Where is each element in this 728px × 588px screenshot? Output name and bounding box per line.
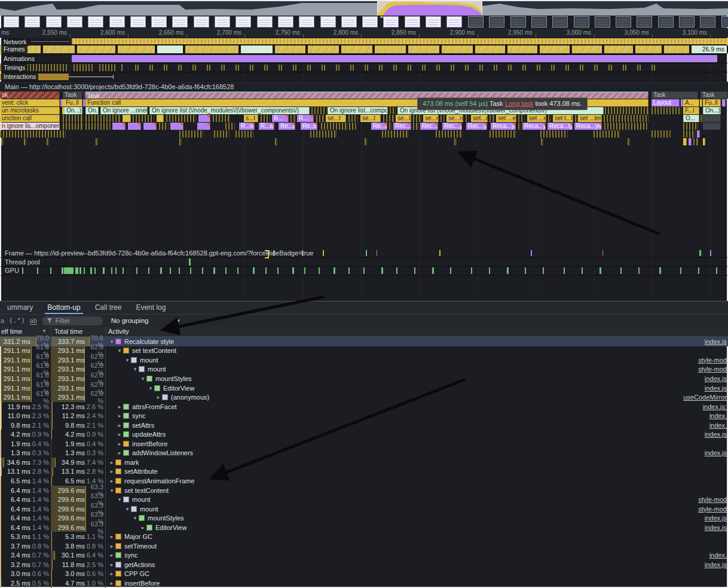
flame-block[interactable] bbox=[390, 107, 396, 114]
filmstrip-thumbnail[interactable] bbox=[595, 16, 610, 28]
flame-block[interactable] bbox=[548, 115, 551, 122]
source-link[interactable]: style-mod bbox=[698, 496, 727, 503]
frame-cell[interactable] bbox=[77, 45, 117, 53]
flame-block-recayle[interactable]: Reca...yle bbox=[522, 123, 546, 130]
flame-block-recayle[interactable]: Reca...yle bbox=[491, 123, 516, 130]
flame-block-recle[interactable]: Rec...le bbox=[393, 123, 411, 130]
table-row[interactable]: 3.2 ms0.7 %11.8 ms2.5 %▸getActionsindex.… bbox=[0, 560, 728, 569]
table-row[interactable]: 3.7 ms0.8 %3.8 ms0.8 %▸setTimeout bbox=[0, 541, 728, 551]
frame-cell[interactable] bbox=[185, 45, 240, 53]
column-separator[interactable] bbox=[105, 327, 106, 588]
source-link[interactable]: index.js: bbox=[703, 403, 727, 410]
expand-triangle-icon[interactable]: ▸ bbox=[116, 431, 123, 437]
flame-block[interactable] bbox=[235, 130, 253, 138]
flame-block[interactable] bbox=[179, 130, 203, 138]
flame-block[interactable] bbox=[112, 123, 126, 130]
tab-ummary[interactable]: ummary bbox=[0, 301, 40, 314]
frame-cell[interactable] bbox=[308, 45, 340, 53]
frames-track-label[interactable]: Frames bbox=[1, 45, 27, 53]
filmstrip-thumbnail[interactable] bbox=[194, 16, 209, 28]
expand-triangle-icon[interactable]: ▸ bbox=[116, 413, 123, 419]
frame-cell[interactable] bbox=[43, 45, 76, 53]
filmstrip-thumbnail[interactable] bbox=[679, 16, 695, 28]
long-task-link[interactable]: Long task bbox=[505, 100, 534, 107]
flame-block[interactable] bbox=[454, 138, 457, 145]
flame-block-task[interactable]: Task bbox=[701, 92, 728, 99]
source-link[interactable]: index.js bbox=[705, 514, 727, 522]
regex-icon[interactable]: (.*) bbox=[9, 317, 25, 324]
flame-block-onignorelistcomponents[interactable]: On ignore list...components\/) bbox=[328, 107, 388, 114]
flame-block[interactable] bbox=[689, 138, 692, 145]
flame-block[interactable] bbox=[594, 130, 620, 138]
table-row[interactable]: 291.1 ms61.6 %293.1 ms62.0 %▾mountstyle-… bbox=[0, 355, 728, 365]
flame-block-sk[interactable]: sk bbox=[0, 92, 60, 99]
filmstrip-thumbnail[interactable] bbox=[468, 16, 484, 28]
expand-triangle-icon[interactable]: ▸ bbox=[116, 450, 123, 456]
tab-event-log[interactable]: Event log bbox=[129, 301, 173, 314]
flame-block[interactable] bbox=[389, 123, 392, 130]
flame-block-recayle[interactable]: Reca...yle bbox=[574, 123, 602, 130]
flame-block-ree[interactable]: Re...e bbox=[279, 123, 295, 130]
filmstrip-thumbnail[interactable] bbox=[46, 16, 62, 28]
filmstrip-thumbnail[interactable] bbox=[278, 16, 293, 28]
flame-block[interactable] bbox=[198, 115, 210, 122]
flame-block-fl[interactable]: F...l bbox=[683, 107, 699, 114]
table-row[interactable]: 291.1 ms61.6 %293.1 ms62.0 %▾set textCon… bbox=[0, 346, 728, 356]
expand-triangle-icon[interactable]: ▸ bbox=[108, 571, 115, 577]
filmstrip-thumbnail[interactable] bbox=[383, 16, 399, 28]
flame-block-unctioncall[interactable]: unction call bbox=[0, 115, 60, 122]
column-activity[interactable]: Activity bbox=[108, 328, 129, 335]
frame-cell[interactable] bbox=[540, 45, 571, 53]
frames-track[interactable]: Frames 26.9 ms bbox=[0, 45, 728, 54]
animations-track[interactable]: Animations bbox=[0, 54, 728, 63]
flame-block[interactable] bbox=[703, 115, 721, 122]
flame-block-ventclick[interactable]: vent: click bbox=[0, 99, 60, 106]
expand-triangle-icon[interactable]: ▸ bbox=[155, 394, 162, 400]
filmstrip-thumbnail[interactable] bbox=[700, 16, 715, 28]
collapse-triangle-icon[interactable]: ▾ bbox=[131, 515, 139, 521]
table-row[interactable]: 291.1 ms61.6 %293.1 ms62.0 %▾mountStyles… bbox=[0, 374, 728, 383]
collapse-triangle-icon[interactable]: ▾ bbox=[139, 376, 146, 382]
filmstrip-thumbnail[interactable] bbox=[25, 16, 40, 28]
flame-block[interactable] bbox=[722, 99, 726, 106]
flame-block[interactable] bbox=[490, 130, 516, 138]
expand-triangle-icon[interactable]: ▸ bbox=[108, 478, 115, 484]
source-link[interactable]: index.js bbox=[705, 385, 727, 392]
filmstrip-thumbnail[interactable] bbox=[215, 16, 230, 28]
filmstrip-thumbnail[interactable] bbox=[341, 16, 357, 28]
expand-triangle-icon[interactable]: ▸ bbox=[108, 459, 115, 465]
column-self-time[interactable]: elf time bbox=[1, 328, 22, 335]
flame-block-settent[interactable]: set ...tent bbox=[578, 115, 602, 122]
source-link[interactable]: index. bbox=[709, 412, 727, 419]
flame-block[interactable] bbox=[348, 115, 358, 122]
filmstrip-thumbnail[interactable] bbox=[172, 16, 188, 28]
flame-block[interactable] bbox=[24, 138, 26, 145]
expand-triangle-icon[interactable]: ▸ bbox=[116, 422, 123, 428]
frame-cell[interactable] bbox=[442, 45, 474, 53]
cpu-overview-minimap[interactable] bbox=[0, 1, 728, 16]
flame-block-unmicrotasks[interactable]: un microtasks bbox=[0, 107, 60, 114]
flame-block[interactable] bbox=[628, 138, 630, 145]
filmstrip-thumbnail[interactable] bbox=[616, 16, 631, 28]
flame-block[interactable] bbox=[703, 123, 721, 130]
filmstrip-thumbnail[interactable] bbox=[574, 16, 589, 28]
flame-block-recatyle[interactable]: Reca...tyle bbox=[547, 123, 573, 130]
flame-block[interactable] bbox=[541, 138, 543, 145]
expand-triangle-icon[interactable]: ▸ bbox=[108, 534, 115, 540]
filmstrip-thumbnail[interactable] bbox=[299, 16, 314, 28]
flame-block[interactable] bbox=[143, 123, 157, 130]
frame-cell[interactable] bbox=[157, 45, 184, 53]
flame-block[interactable] bbox=[170, 123, 183, 130]
flame-block[interactable] bbox=[605, 107, 649, 114]
filmstrip-thumbnail[interactable] bbox=[4, 16, 19, 28]
flame-block-on[interactable]: On...) bbox=[703, 107, 721, 114]
flame-block[interactable] bbox=[383, 115, 394, 122]
flame-block[interactable] bbox=[651, 130, 671, 138]
table-row[interactable]: 5.3 ms1.1 %5.3 ms1.1 %▸Major GC bbox=[0, 532, 728, 541]
flame-block[interactable] bbox=[441, 115, 445, 122]
frame-track[interactable]: Frame — https://id-preview--bd53fd9d-728… bbox=[0, 249, 728, 258]
table-row[interactable]: 6.5 ms1.4 %6.5 ms1.4 %▸requestAnimationF… bbox=[0, 476, 728, 486]
flame-block[interactable] bbox=[123, 115, 131, 122]
gpu-track[interactable]: GPU bbox=[0, 266, 728, 276]
tab-bottom-up[interactable]: Bottom-up bbox=[40, 301, 87, 314]
